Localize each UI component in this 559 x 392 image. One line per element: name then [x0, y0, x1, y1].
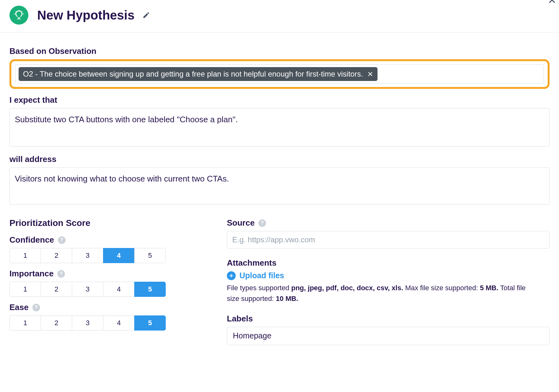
close-icon [367, 71, 373, 77]
score-ease-option-5[interactable]: 5 [134, 315, 166, 331]
score-ease-help-button[interactable]: ? [32, 304, 40, 311]
close-dialog-button[interactable] [546, 0, 558, 6]
address-label: will address [9, 154, 550, 164]
prioritization-column: Prioritization Score Confidence?12345Imp… [9, 218, 167, 331]
edit-title-button[interactable] [141, 10, 151, 20]
source-input[interactable] [227, 231, 550, 249]
observation-chip: O2 - The choice between signing up and g… [19, 67, 377, 81]
score-importance-option-3[interactable]: 3 [72, 282, 103, 297]
observation-input[interactable]: O2 - The choice between signing up and g… [15, 64, 544, 84]
score-ease-option-1[interactable]: 1 [9, 315, 41, 331]
labels-label: Labels [227, 314, 253, 324]
score-confidence-option-4[interactable]: 4 [103, 248, 135, 263]
score-importance-option-4[interactable]: 4 [103, 282, 135, 297]
score-ease-option-2[interactable]: 2 [41, 315, 72, 331]
observation-label: Based on Observation [9, 46, 550, 56]
score-importance-label: Importance [9, 269, 54, 279]
score-importance-buttons: 12345 [9, 282, 167, 297]
plus-icon [227, 271, 236, 280]
upload-files-button[interactable]: Upload files [227, 271, 284, 280]
score-importance-option-2[interactable]: 2 [41, 282, 72, 297]
score-confidence-help-button[interactable]: ? [58, 236, 66, 244]
page-title: New Hypothesis [37, 8, 135, 22]
prioritization-heading: Prioritization Score [9, 218, 167, 228]
score-importance-help-button[interactable]: ? [57, 270, 65, 278]
form: Based on Observation O2 - The choice bet… [0, 32, 559, 345]
lightbulb-icon [9, 6, 28, 25]
score-ease-option-4[interactable]: 4 [103, 315, 135, 331]
score-ease-label: Ease [9, 303, 29, 312]
score-ease-buttons: 12345 [9, 315, 167, 331]
score-confidence-label: Confidence [9, 235, 54, 245]
score-ease-option-3[interactable]: 3 [72, 315, 103, 331]
labels-input[interactable] [227, 327, 550, 345]
score-importance-option-1[interactable]: 1 [9, 282, 41, 297]
score-confidence-option-1[interactable]: 1 [9, 248, 41, 263]
close-icon [548, 0, 556, 4]
meta-column: Source ? Attachments Upload files File t… [227, 218, 550, 345]
observation-highlight: O2 - The choice between signing up and g… [9, 59, 550, 89]
score-confidence-option-2[interactable]: 2 [41, 248, 72, 263]
remove-observation-button[interactable] [367, 71, 374, 78]
upload-files-text: Upload files [239, 271, 284, 280]
source-help-button[interactable]: ? [258, 219, 266, 227]
pencil-icon [142, 11, 150, 19]
expect-label: I expect that [9, 95, 550, 105]
observation-chip-text: O2 - The choice between signing up and g… [23, 69, 363, 79]
score-confidence-option-5[interactable]: 5 [134, 248, 166, 263]
dialog-header: New Hypothesis [0, 0, 559, 32]
expect-textarea[interactable] [9, 108, 550, 147]
source-label: Source [227, 218, 255, 228]
attachments-hint: File types supported png, jpeg, pdf, doc… [227, 283, 536, 304]
score-confidence-buttons: 12345 [9, 248, 167, 263]
score-importance-option-5[interactable]: 5 [134, 282, 166, 297]
attachments-label: Attachments [227, 258, 276, 268]
address-textarea[interactable] [9, 167, 550, 205]
score-confidence-option-3[interactable]: 3 [72, 248, 103, 263]
